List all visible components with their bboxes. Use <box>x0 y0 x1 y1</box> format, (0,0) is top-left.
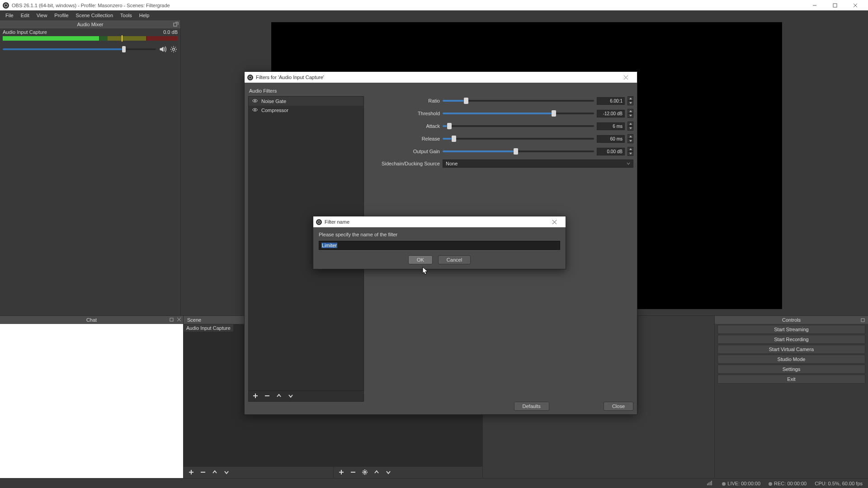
svg-marker-34 <box>629 148 632 150</box>
svg-marker-30 <box>629 123 632 125</box>
menu-help[interactable]: Help <box>136 11 153 19</box>
menu-view[interactable]: View <box>33 11 51 19</box>
menu-edit[interactable]: Edit <box>17 11 33 19</box>
status-live: LIVE: 00:00:00 <box>722 481 760 486</box>
add-icon[interactable] <box>252 393 259 400</box>
speaker-icon[interactable] <box>159 45 167 53</box>
audio-mixer-title: Audio Mixer <box>0 20 180 28</box>
prop-attack: Attack 6 ms <box>368 122 633 131</box>
close-button[interactable] <box>845 0 865 10</box>
popout-icon[interactable] <box>861 317 866 325</box>
gear-icon[interactable] <box>362 469 368 476</box>
threshold-spinner[interactable] <box>627 109 633 118</box>
selected-source-label: Audio Input Capture <box>184 324 233 332</box>
svg-marker-31 <box>629 127 632 129</box>
move-up-icon[interactable] <box>212 469 218 476</box>
cancel-button[interactable]: Cancel <box>438 255 471 264</box>
filter-name-prompt: Please specify the name of the filter <box>319 232 560 237</box>
filter-item-noise-gate[interactable]: Noise Gate <box>249 97 363 106</box>
minimize-button[interactable] <box>804 0 825 10</box>
threshold-slider[interactable] <box>443 113 594 114</box>
attack-slider[interactable] <box>443 125 594 127</box>
gain-value[interactable]: 0.00 dB <box>597 148 625 155</box>
svg-point-5 <box>173 48 175 51</box>
chat-body[interactable] <box>0 324 183 478</box>
ok-button[interactable]: OK <box>408 255 433 264</box>
move-down-icon[interactable] <box>223 469 230 476</box>
filters-dialog-title: Filters for 'Audio Input Capture' <box>256 75 324 80</box>
exit-button[interactable]: Exit <box>717 375 865 384</box>
release-value[interactable]: 60 ms <box>597 135 625 143</box>
menu-scene-collection[interactable]: Scene Collection <box>72 11 117 19</box>
sidechain-select[interactable]: None <box>443 160 633 168</box>
defaults-button[interactable]: Defaults <box>514 402 549 411</box>
ratio-slider[interactable] <box>443 100 594 102</box>
status-bar: LIVE: 00:00:00 REC: 00:00:00 CPU: 0.5%, … <box>0 478 868 488</box>
eye-icon[interactable] <box>252 98 258 104</box>
gain-spinner[interactable] <box>627 147 633 156</box>
filter-item-compressor[interactable]: Compressor <box>249 106 363 115</box>
eye-icon[interactable] <box>252 107 258 113</box>
obs-logo-icon <box>247 75 253 80</box>
remove-icon[interactable] <box>350 469 356 476</box>
svg-marker-35 <box>629 153 632 155</box>
filter-name-input[interactable]: Limiter <box>319 241 560 250</box>
close-button[interactable]: Close <box>604 402 633 411</box>
gear-icon[interactable] <box>170 45 178 53</box>
move-up-icon[interactable] <box>276 393 282 400</box>
move-down-icon[interactable] <box>385 469 392 476</box>
popout-icon[interactable] <box>170 317 175 322</box>
svg-marker-32 <box>629 136 632 137</box>
close-icon[interactable] <box>546 216 563 227</box>
prop-ratio: Ratio 6.00:1 <box>368 96 633 105</box>
menu-file[interactable]: File <box>2 11 17 19</box>
mixer-level: 0.0 dB <box>163 29 178 35</box>
studio-mode-button[interactable]: Studio Mode <box>717 355 865 364</box>
close-icon[interactable] <box>176 317 182 322</box>
svg-point-22 <box>255 109 256 111</box>
maximize-button[interactable] <box>825 0 845 10</box>
close-icon[interactable] <box>617 72 634 83</box>
remove-icon[interactable] <box>200 469 206 476</box>
release-spinner[interactable] <box>627 134 633 143</box>
popout-icon[interactable] <box>173 21 179 27</box>
start-recording-button[interactable]: Start Recording <box>717 335 865 344</box>
menu-tools[interactable]: Tools <box>117 11 136 19</box>
start-streaming-button[interactable]: Start Streaming <box>717 325 865 334</box>
menu-profile[interactable]: Profile <box>51 11 72 19</box>
audio-mixer-panel: Audio Mixer Audio Input Capture 0.0 dB <box>0 20 181 315</box>
svg-rect-4 <box>174 23 177 26</box>
filter-name-titlebar[interactable]: Filter name <box>313 216 566 227</box>
svg-marker-27 <box>629 102 632 104</box>
prop-output-gain: Output Gain 0.00 dB <box>368 147 633 156</box>
start-virtual-camera-button[interactable]: Start Virtual Camera <box>717 345 865 354</box>
svg-rect-1 <box>833 4 837 7</box>
gain-slider[interactable] <box>443 150 594 152</box>
chat-title: Chat <box>0 316 183 324</box>
threshold-value[interactable]: -12.00 dB <box>597 110 625 117</box>
add-icon[interactable] <box>188 469 194 476</box>
ratio-spinner[interactable] <box>627 96 633 105</box>
chat-panel: Chat <box>0 315 184 478</box>
volume-slider[interactable] <box>3 48 156 50</box>
prop-sidechain: Sidechain/Ducking Source None <box>368 160 633 168</box>
audio-meter <box>3 36 178 41</box>
status-network-icon <box>707 481 714 486</box>
window-titlebar: OBS 26.1.1 (64-bit, windows) - Profile: … <box>0 0 868 10</box>
filters-dialog-titlebar[interactable]: Filters for 'Audio Input Capture' <box>245 72 637 83</box>
move-up-icon[interactable] <box>373 469 380 476</box>
attack-spinner[interactable] <box>627 122 633 131</box>
add-icon[interactable] <box>338 469 344 476</box>
move-down-icon[interactable] <box>288 393 294 400</box>
remove-icon[interactable] <box>264 393 270 400</box>
window-title: OBS 26.1.1 (64-bit, windows) - Profile: … <box>12 3 170 8</box>
chevron-down-icon <box>627 162 630 165</box>
svg-point-20 <box>255 100 256 102</box>
ratio-value[interactable]: 6.00:1 <box>597 97 625 105</box>
scene-tools <box>184 466 333 478</box>
attack-value[interactable]: 6 ms <box>597 122 625 130</box>
release-slider[interactable] <box>443 138 594 140</box>
settings-button[interactable]: Settings <box>717 365 865 374</box>
menubar: File Edit View Profile Scene Collection … <box>0 10 868 20</box>
filter-name-dialog: Filter name Please specify the name of t… <box>313 216 566 269</box>
